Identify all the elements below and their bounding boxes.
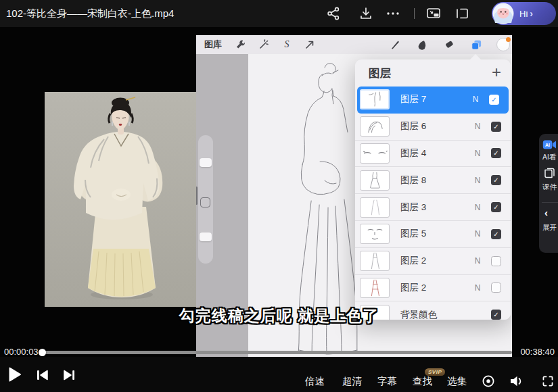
layer-thumbnail [360, 251, 390, 271]
modify-button [200, 197, 210, 207]
layer-blend-mode: N [472, 229, 483, 239]
layer-name: 图层 2 [400, 282, 472, 294]
layer-name: 图层 7 [400, 93, 470, 105]
layer-thumbnail [360, 143, 390, 164]
expand-label[interactable]: 展开 [542, 223, 557, 232]
layer-blend-mode: N [472, 256, 483, 266]
floating-side-panel: AI AI看 课件 ‹ 展开 [539, 134, 558, 253]
seek-bar[interactable] [43, 351, 512, 354]
layer-thumbnail [360, 278, 390, 298]
procreate-toolbar: 图库 S [196, 35, 512, 54]
selection-icon: S [281, 39, 292, 50]
sidebar-sliders [198, 135, 213, 264]
reference-photo [45, 92, 196, 307]
player-control-bar: 倍速 超清 字幕 查找 SVIP 选集 [0, 357, 558, 392]
video-frame[interactable]: 图库 S [0, 27, 558, 357]
adjustments-wand-icon [258, 39, 269, 50]
layer-thumbnail [360, 197, 390, 218]
layer-row: 图层 2 N [355, 275, 511, 302]
layer-thumbnail [360, 116, 390, 137]
video-subtitle: 勾完线稿之后呢 就是上色了 [179, 305, 379, 326]
layer-visibility-checkbox: ✓ [491, 148, 501, 158]
fullscreen-icon[interactable] [542, 375, 554, 387]
playhead-dot[interactable] [39, 349, 46, 356]
layer-name: 图层 2 [400, 255, 472, 267]
layer-blend-mode: N [470, 95, 481, 104]
layer-row: 图层 6 N ✓ [355, 114, 511, 141]
download-icon[interactable] [358, 6, 373, 21]
layer-thumbnail [360, 89, 390, 109]
smudge-icon [417, 39, 427, 50]
transform-arrow-icon [304, 39, 315, 50]
progress-bar-row: 00:00:03 00:38:40 [0, 345, 558, 360]
play-button[interactable] [8, 367, 22, 382]
color-picker-button [496, 38, 510, 51]
layer-blend-mode: N [472, 203, 483, 212]
layers-panel-header: 图层 + [355, 59, 511, 87]
gallery-button: 图库 [204, 35, 222, 54]
quality-button[interactable]: 超清 [342, 375, 362, 388]
courseware-label[interactable]: 课件 [542, 182, 557, 192]
layer-name: 背景颜色 [400, 309, 472, 320]
layers-list: 图层 7 N ✓ 图层 6 N ✓ 图层 4 N ✓ 图层 8 N ✓ 图层 3… [355, 87, 511, 320]
previous-episode-button[interactable] [37, 370, 48, 381]
layer-visibility-checkbox [491, 283, 501, 293]
layers-button-icon [471, 39, 482, 50]
svip-badge: SVIP [425, 368, 445, 376]
layer-name: 图层 5 [400, 228, 472, 240]
layer-blend-mode: N [472, 122, 483, 131]
add-layer-button: + [492, 63, 501, 82]
svg-text:AI: AI [545, 143, 550, 147]
layers-panel: 图层 + 图层 7 N ✓ 图层 6 N ✓ 图层 4 N ✓ 图层 8 N ✓… [355, 59, 511, 320]
record-icon[interactable] [481, 374, 496, 389]
layer-row: 图层 3 N ✓ [355, 194, 511, 221]
layer-name: 图层 8 [400, 174, 472, 187]
eraser-icon [444, 39, 455, 50]
layer-visibility-checkbox: ✓ [491, 229, 501, 239]
more-icon[interactable] [386, 6, 400, 21]
layer-blend-mode: N [472, 283, 483, 293]
volume-icon[interactable] [509, 374, 524, 389]
layer-blend-mode: N [472, 149, 483, 158]
layer-row: 图层 8 N ✓ [355, 167, 511, 194]
share-icon[interactable] [326, 6, 341, 21]
layer-visibility-checkbox: ✓ [491, 175, 501, 185]
episodes-button[interactable]: 选集 [447, 375, 467, 388]
actions-wrench-icon [235, 39, 246, 50]
layer-row: 图层 5 N ✓ [355, 221, 511, 248]
courseware-icon[interactable] [543, 168, 555, 180]
find-button[interactable]: 查找 [413, 375, 432, 388]
avatar-image [492, 3, 514, 24]
layer-thumbnail [360, 224, 390, 244]
player-titlebar: 102-等比全身——宋制白衣-上色.mp4 [0, 0, 558, 27]
layer-visibility-checkbox: ✓ [489, 95, 499, 105]
layer-row: 图层 4 N ✓ [355, 141, 511, 168]
chevron-right-icon: › [530, 8, 533, 19]
layers-panel-title: 图层 [369, 66, 391, 81]
next-episode-button[interactable] [64, 370, 75, 381]
opacity-slider-handle [200, 232, 212, 241]
user-avatar-pill[interactable]: Hi › [492, 2, 556, 25]
layer-thumbnail [360, 170, 390, 191]
brush-size-slider-handle [200, 158, 212, 167]
layer-visibility-checkbox: ✓ [491, 202, 501, 212]
pip-icon[interactable] [426, 6, 441, 21]
chevron-left-icon[interactable]: ‹ [544, 207, 548, 218]
current-time: 00:00:03 [4, 347, 39, 357]
layer-visibility-checkbox [491, 256, 501, 266]
sidebar-grab-handle [196, 187, 197, 205]
brush-icon [390, 39, 400, 50]
layer-visibility-checkbox: ✓ [491, 310, 501, 320]
layer-row: 图层 2 N [355, 248, 511, 275]
layer-name: 图层 6 [400, 120, 472, 132]
dock-window-icon[interactable] [455, 6, 469, 21]
layer-row: 图层 7 N ✓ [357, 87, 509, 114]
titlebar-divider [414, 8, 415, 19]
ai-watch-icon[interactable]: AI [542, 139, 557, 151]
video-title: 102-等比全身——宋制白衣-上色.mp4 [6, 0, 174, 27]
subtitles-button[interactable]: 字幕 [377, 375, 397, 388]
layer-name: 图层 3 [400, 201, 472, 214]
ai-watch-label[interactable]: AI看 [542, 153, 556, 162]
playback-speed-button[interactable]: 倍速 [305, 375, 325, 388]
total-time: 00:38:40 [520, 347, 555, 357]
